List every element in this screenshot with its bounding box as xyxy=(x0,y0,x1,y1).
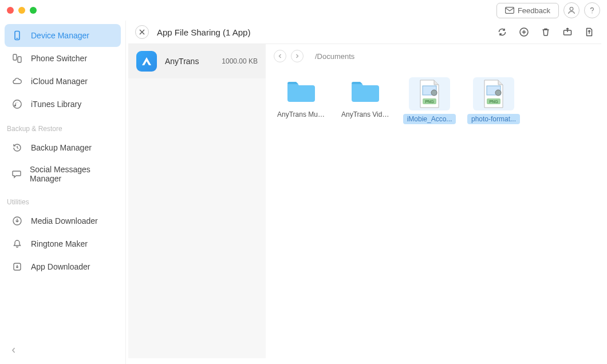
to-device-button[interactable] xyxy=(560,25,575,39)
refresh-button[interactable] xyxy=(495,25,510,39)
app-list: AnyTrans 1000.00 KB xyxy=(128,44,266,358)
app-size: 1000.00 KB xyxy=(222,57,258,65)
music-note-icon xyxy=(11,98,23,110)
page-title: App File Sharing (1 App) xyxy=(157,27,250,37)
sidebar-item-ringtone-maker[interactable]: Ringtone Maker xyxy=(5,232,121,255)
svg-text:PNG: PNG xyxy=(425,100,433,104)
feedback-label: Feedback xyxy=(518,6,550,15)
svg-rect-4 xyxy=(16,38,18,39)
sidebar: Device Manager Phone Switcher iCloud Man… xyxy=(0,21,126,364)
app-download-icon xyxy=(11,261,23,272)
svg-point-17 xyxy=(495,90,501,96)
sidebar-item-icloud-manager[interactable]: iCloud Manager xyxy=(5,70,121,93)
chat-icon xyxy=(11,168,22,180)
folder-icon xyxy=(283,77,320,106)
sidebar-item-label: iTunes Library xyxy=(31,100,81,109)
bell-icon xyxy=(11,238,23,250)
sidebar-item-social-messages[interactable]: Social Messages Manager xyxy=(5,159,121,189)
feedback-button[interactable]: Feedback xyxy=(496,3,559,18)
sidebar-item-label: Phone Switcher xyxy=(31,54,87,63)
app-icon xyxy=(136,51,157,72)
folder-icon xyxy=(347,77,384,106)
svg-text:PNG: PNG xyxy=(489,100,498,104)
content-header: App File Sharing (1 App) xyxy=(128,21,601,43)
content: App File Sharing (1 App) xyxy=(126,21,607,364)
minimize-window-button[interactable] xyxy=(18,7,25,14)
file-nav: /Documents xyxy=(266,44,601,68)
file-tile-png[interactable]: PNG iMobie_Acco... xyxy=(402,74,457,128)
svg-point-1 xyxy=(570,7,573,11)
sidebar-item-phone-switcher[interactable]: Phone Switcher xyxy=(5,47,121,70)
sidebar-item-media-downloader[interactable]: Media Downloader xyxy=(5,209,121,232)
sidebar-item-label: Social Messages Manager xyxy=(30,165,114,183)
sidebar-item-label: Backup Manager xyxy=(31,143,92,152)
file-name: AnyTrans Music xyxy=(275,109,328,120)
png-file-icon: PNG xyxy=(473,77,514,110)
window-controls xyxy=(7,7,37,14)
sidebar-item-app-downloader[interactable]: App Downloader xyxy=(5,255,121,278)
svg-point-7 xyxy=(13,100,21,108)
account-button[interactable] xyxy=(563,2,580,18)
add-button[interactable] xyxy=(517,25,531,39)
history-icon xyxy=(11,142,23,153)
close-window-button[interactable] xyxy=(7,7,14,14)
app-name: AnyTrans xyxy=(165,57,199,66)
svg-rect-6 xyxy=(18,57,21,62)
sidebar-collapse-button[interactable] xyxy=(8,345,19,356)
file-name: photo-format... xyxy=(467,114,520,124)
sidebar-item-label: Device Manager xyxy=(31,31,89,40)
nav-back-button[interactable] xyxy=(274,50,286,62)
svg-point-2 xyxy=(592,13,592,13)
sidebar-item-label: Media Downloader xyxy=(31,216,98,225)
device-icon xyxy=(11,30,23,41)
svg-rect-5 xyxy=(13,54,17,60)
file-browser: /Documents AnyTrans Music xyxy=(266,44,601,358)
close-panel-button[interactable] xyxy=(135,25,149,39)
files-grid: AnyTrans Music AnyTrans Video PNG xyxy=(266,68,601,133)
download-icon xyxy=(11,215,23,227)
delete-button[interactable] xyxy=(538,25,553,39)
file-name: iMobie_Acco... xyxy=(403,114,456,124)
sidebar-item-device-manager[interactable]: Device Manager xyxy=(5,24,121,47)
svg-rect-0 xyxy=(506,7,514,14)
file-tile-folder[interactable]: AnyTrans Music xyxy=(274,74,329,128)
swap-icon xyxy=(11,53,23,64)
sidebar-item-label: App Downloader xyxy=(31,262,90,271)
breadcrumb: /Documents xyxy=(315,52,354,61)
app-window: Feedback Device Manager xyxy=(0,0,607,364)
app-row[interactable]: AnyTrans 1000.00 KB xyxy=(128,44,266,78)
cloud-icon xyxy=(11,76,23,87)
sidebar-item-label: Ringtone Maker xyxy=(31,239,88,248)
sidebar-item-itunes-library[interactable]: iTunes Library xyxy=(5,93,121,116)
sidebar-item-backup-manager[interactable]: Backup Manager xyxy=(5,136,121,159)
export-button[interactable] xyxy=(582,25,597,39)
maximize-window-button[interactable] xyxy=(30,7,37,14)
mail-icon xyxy=(505,7,514,14)
nav-forward-button[interactable] xyxy=(291,50,304,62)
svg-point-13 xyxy=(431,90,437,96)
sidebar-item-label: iCloud Manager xyxy=(31,77,88,86)
section-backup-title: Backup & Restore xyxy=(0,118,125,136)
png-file-icon: PNG xyxy=(409,77,450,110)
file-tile-png[interactable]: PNG photo-format... xyxy=(466,74,521,128)
section-util-title: Utilities xyxy=(0,191,125,209)
file-name: AnyTrans Video xyxy=(339,109,392,120)
file-tile-folder[interactable]: AnyTrans Video xyxy=(338,74,393,128)
titlebar: Feedback xyxy=(0,0,607,21)
help-button[interactable] xyxy=(584,2,600,18)
